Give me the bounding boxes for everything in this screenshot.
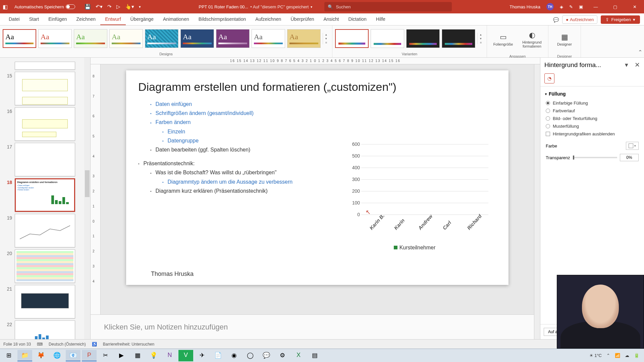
theme-thumb-4[interactable]: Aa (109, 29, 143, 48)
slide-thumb-15[interactable] (15, 72, 75, 105)
weather-widget[interactable]: ☀ 1°C (589, 353, 602, 358)
slide-thumb-22[interactable] (15, 320, 75, 339)
language-status[interactable]: Deutsch (Österreich) (49, 342, 86, 347)
variant-thumb-4[interactable] (442, 29, 475, 48)
touch-mode-icon[interactable]: 👆▾ (125, 4, 134, 10)
designs-more-button[interactable]: ▴▾≡ (323, 33, 329, 44)
tray-battery-icon[interactable]: 🔋 (634, 353, 639, 358)
thumbs-scrollbar[interactable] (84, 58, 90, 339)
comments-icon[interactable]: 💬 (553, 17, 559, 22)
tab-dictation[interactable]: Dictation (343, 14, 371, 25)
radio-pattern-fill[interactable]: Musterfüllung (545, 122, 639, 130)
tab-aufzeichnen[interactable]: Aufzeichnen (251, 14, 286, 25)
from-beginning-icon[interactable]: ▷ (116, 4, 120, 10)
fill-section-header[interactable]: ▾Füllung (545, 91, 639, 97)
settings-icon[interactable]: ⚙ (275, 350, 290, 361)
slide-title[interactable]: Diagramm erstellen und formatieren („cus… (138, 80, 496, 94)
vertical-ruler[interactable]: 876 543 210 123 4 (91, 64, 101, 314)
variant-thumb-1[interactable] (335, 29, 369, 48)
tray-chevron-icon[interactable]: ⌃ (606, 353, 610, 358)
slide-thumb-20[interactable] (15, 249, 75, 283)
record-button[interactable]: ● Aufzeichnen (562, 15, 597, 24)
app-icon-2[interactable]: 💡 (146, 350, 161, 361)
pane-close-icon[interactable]: ✕ (635, 61, 640, 68)
save-status[interactable]: • Auf "diesem PC" gespeichert (250, 4, 309, 9)
firefox-icon[interactable]: 🦊 (34, 350, 48, 361)
designer-button[interactable]: ▦Designer (551, 27, 578, 52)
theme-thumb-9[interactable]: Aa (287, 29, 321, 48)
obs-icon[interactable]: ◉ (227, 350, 241, 361)
minimize-button[interactable]: — (589, 4, 602, 9)
notes-scrollbar[interactable] (534, 314, 540, 339)
powerpoint-icon[interactable]: P (82, 350, 97, 361)
slide-thumb-14[interactable] (15, 62, 75, 70)
variant-thumb-2[interactable] (371, 29, 404, 48)
start-button[interactable]: ⊞ (1, 350, 16, 361)
theme-thumb-5[interactable]: Aa (145, 29, 178, 48)
theme-thumb-3[interactable]: Aa (74, 29, 107, 48)
app-icon-1[interactable]: ▦ (130, 350, 145, 361)
tab-einfügen[interactable]: Einfügen (44, 14, 71, 25)
check-hide-bg[interactable]: Hintergrundgrafiken ausblenden (545, 130, 639, 138)
user-name[interactable]: Thomas Hruska (509, 4, 540, 9)
tab-ansicht[interactable]: Ansicht (319, 14, 343, 25)
format-background-button[interactable]: ◐Hintergrund formatieren (519, 27, 545, 52)
tab-bildschirmpräsentation[interactable]: Bildschirmpräsentation (194, 14, 251, 25)
tray-network-icon[interactable]: 📶 (615, 353, 620, 358)
chart[interactable]: 0100200300400500600Karin B.KarinAndrewCa… (341, 144, 488, 258)
explorer-icon[interactable]: 📁 (17, 350, 32, 361)
app-icon-3[interactable]: V (178, 350, 193, 361)
chrome-icon[interactable]: 🌐 (50, 350, 64, 361)
radio-gradient-fill[interactable]: Farbverlauf (545, 107, 639, 115)
fill-tab-icon[interactable]: ◔ (544, 73, 554, 83)
lang-icon[interactable]: ⌨ (37, 342, 43, 347)
slide-thumb-18[interactable]: Diagramm erstellen und formatieren• Date… (15, 178, 75, 212)
editor-vscroll[interactable] (534, 64, 540, 314)
variants-more-button[interactable]: ▴▾≡ (477, 33, 484, 44)
a11y-icon[interactable]: ♿ (92, 342, 97, 347)
tab-entwurf[interactable]: Entwurf (100, 14, 125, 25)
radio-picture-fill[interactable]: Bild- oder Texturfüllung (545, 115, 639, 122)
pane-dropdown-icon[interactable]: ▾ (625, 61, 628, 68)
dropdown-icon[interactable]: ▾ (311, 5, 312, 9)
notes-pane[interactable]: Klicken Sie, um Notizen hinzuzufügen (91, 314, 534, 339)
slide-thumb-17[interactable] (15, 143, 75, 176)
redo-icon[interactable]: ↷ (107, 4, 112, 10)
slide-counter[interactable]: Folie 18 von 33 (3, 342, 31, 347)
transparency-value[interactable]: 0% (620, 154, 639, 161)
tab-datei[interactable]: Datei (4, 14, 24, 25)
tab-animationen[interactable]: Animationen (158, 14, 194, 25)
diamond-icon[interactable]: ◈ (560, 4, 563, 9)
app-icon-4[interactable]: 📄 (211, 350, 225, 361)
search-box[interactable]: 🔍 Suchen (324, 2, 452, 11)
tab-überprüfen[interactable]: Überprüfen (286, 14, 319, 25)
app-icon-5[interactable]: ◯ (243, 350, 258, 361)
save-icon[interactable]: 💾 (85, 4, 91, 10)
radio-solid-fill[interactable]: Einfarbige Füllung (545, 99, 639, 107)
variant-thumb-3[interactable] (406, 29, 440, 48)
theme-thumb-7[interactable]: Aa (216, 29, 250, 48)
theme-thumb-2[interactable]: Aa (38, 29, 72, 48)
vlc-icon[interactable]: ▶ (114, 350, 129, 361)
window-icon[interactable]: ▣ (579, 4, 583, 9)
snip-icon[interactable]: ✂ (98, 350, 113, 361)
outlook-icon[interactable]: 📧 (66, 350, 80, 361)
theme-thumb-1[interactable]: Aa (3, 29, 36, 48)
slide-size-button[interactable]: ▭Foliengröße (490, 27, 517, 52)
document-title[interactable]: PPT 01 Roter Faden 00... (199, 4, 248, 9)
telegram-icon[interactable]: ✈ (195, 350, 209, 361)
user-avatar[interactable]: TH (546, 3, 554, 10)
discord-icon[interactable]: 💬 (259, 350, 274, 361)
slide-thumb-21[interactable] (15, 285, 75, 318)
undo-icon[interactable]: ↶▾ (96, 4, 103, 10)
tab-start[interactable]: Start (24, 14, 44, 25)
transparency-slider[interactable] (573, 157, 618, 158)
autosave-toggle[interactable]: Automatisches Speichern (14, 4, 75, 9)
slide-thumb-19[interactable] (15, 214, 75, 247)
theme-thumb-6[interactable]: Aa (180, 29, 214, 48)
slide-canvas[interactable]: Diagramm erstellen und formatieren („cus… (126, 70, 508, 285)
horizontal-ruler[interactable]: 16 15 14 13 12 11 10 9 8 7 6 5 4 3 2 1 0… (91, 58, 540, 64)
toggle-switch[interactable] (66, 4, 75, 9)
tab-zeichnen[interactable]: Zeichnen (72, 14, 101, 25)
a11y-status[interactable]: Barrierefreiheit: Untersuchen (103, 342, 154, 347)
